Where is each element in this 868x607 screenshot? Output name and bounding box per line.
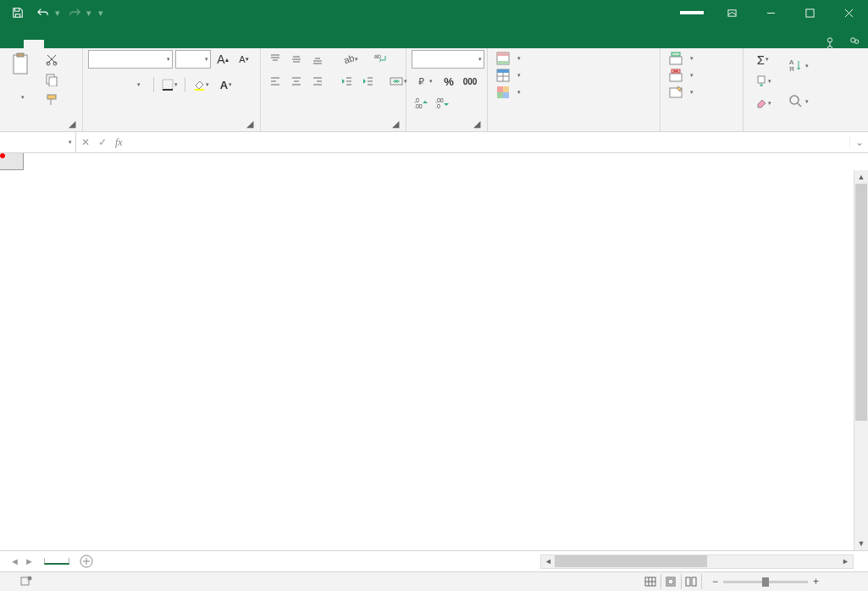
zoom-in-button[interactable]: + (813, 576, 819, 588)
paste-button[interactable]: ▾ (5, 50, 39, 102)
autosum-button[interactable]: Σ▾ (749, 50, 777, 69)
tab-help[interactable] (186, 40, 207, 48)
fill-button[interactable]: ▾ (749, 72, 777, 91)
shrink-font-button[interactable]: A▾ (235, 50, 253, 69)
quick-access-toolbar: ▾ ▾ ▾ (0, 2, 103, 24)
redo-button[interactable] (64, 2, 86, 24)
underline-button[interactable]: ▾ (125, 75, 151, 94)
align-top-button[interactable] (266, 50, 285, 69)
decrease-indent-button[interactable] (337, 72, 356, 91)
sheet-tab[interactable] (44, 558, 69, 565)
cut-button[interactable] (42, 50, 61, 69)
percent-button[interactable]: % (440, 72, 458, 91)
increase-indent-button[interactable] (358, 72, 377, 91)
format-painter-button[interactable] (42, 91, 61, 109)
find-select-button[interactable]: ▾ (781, 86, 815, 118)
align-bottom-button[interactable] (308, 50, 327, 69)
formula-input[interactable] (128, 136, 849, 148)
name-box[interactable]: ▾ (0, 132, 76, 152)
svg-line-72 (798, 103, 801, 107)
borders-button[interactable]: ▾ (157, 75, 182, 94)
share-button[interactable] (849, 36, 863, 48)
vscroll-thumb[interactable] (855, 184, 867, 421)
fill-handle[interactable] (0, 153, 5, 158)
cancel-formula-button[interactable]: ✕ (81, 136, 90, 148)
cell-styles-button[interactable]: ▾ (493, 84, 524, 101)
tab-review[interactable] (125, 40, 146, 48)
scroll-right-arrow[interactable]: ► (842, 557, 849, 566)
format-cells-button[interactable]: ▾ (666, 84, 697, 101)
close-button[interactable] (829, 0, 868, 25)
currency-button[interactable]: ₽▾ (412, 72, 437, 91)
fill-color-button[interactable]: ▾ (188, 75, 213, 94)
view-pagebreak-button[interactable] (682, 574, 702, 589)
macro-record-icon[interactable] (20, 575, 32, 589)
view-normal-button[interactable] (641, 574, 661, 589)
tab-insert[interactable] (44, 40, 64, 48)
clear-button[interactable]: ▾ (749, 94, 777, 113)
number-format-select[interactable]: ▾ (412, 50, 484, 69)
maximize-button[interactable] (790, 0, 829, 25)
scroll-left-arrow[interactable]: ◄ (545, 557, 552, 566)
expand-formula-button[interactable]: ⌄ (849, 136, 868, 148)
font-color-button[interactable]: A▾ (213, 75, 239, 94)
copy-button[interactable] (42, 70, 61, 89)
format-as-table-button[interactable]: ▾ (493, 67, 524, 84)
decrease-decimal-button[interactable]: ,00,0 (433, 94, 451, 113)
align-center-button[interactable] (287, 72, 306, 91)
tellme-button[interactable] (824, 36, 838, 48)
svg-point-7 (854, 40, 858, 43)
minimize-button[interactable] (751, 0, 790, 25)
scroll-down-arrow[interactable]: ▼ (854, 537, 868, 550)
qat-customize[interactable]: ▾ (98, 8, 103, 19)
svg-rect-0 (727, 9, 735, 15)
align-middle-button[interactable] (287, 50, 306, 69)
font-name-select[interactable]: ▾ (88, 50, 173, 69)
zoom-slider[interactable] (723, 581, 808, 583)
insert-cells-button[interactable]: ▾ (666, 50, 697, 67)
bold-button[interactable] (88, 75, 107, 94)
grow-font-button[interactable]: A▴ (213, 50, 232, 69)
add-sheet-button[interactable] (76, 551, 97, 571)
hscroll-thumb[interactable] (555, 555, 707, 567)
insert-function-button[interactable]: fx (115, 136, 123, 149)
tab-home[interactable] (24, 40, 44, 48)
alignment-launcher[interactable]: ◢ (390, 119, 401, 130)
group-number: ▾ ₽▾ % 000 ,0,00 ,00,0 ◢ (406, 48, 488, 131)
zoom-out-button[interactable]: − (712, 576, 718, 588)
tab-pagelayout[interactable] (64, 40, 85, 48)
orientation-button[interactable]: ab▾ (337, 50, 362, 69)
conditional-formatting-button[interactable]: ▾ (493, 50, 524, 67)
comma-button[interactable]: 000 (461, 72, 479, 91)
sort-filter-button[interactable]: АЯ▾ (781, 50, 815, 82)
tab-formulas[interactable] (85, 40, 105, 48)
tab-developer[interactable] (166, 40, 186, 48)
tab-view[interactable] (146, 40, 166, 48)
save-button[interactable] (7, 2, 29, 24)
horizontal-scrollbar[interactable]: ◄ ► (540, 555, 854, 569)
svg-point-77 (28, 576, 32, 580)
number-launcher[interactable]: ◢ (471, 119, 482, 130)
font-size-select[interactable]: ▾ (175, 50, 211, 69)
delete-cells-button[interactable]: ▾ (666, 67, 697, 84)
scroll-up-arrow[interactable]: ▲ (854, 170, 868, 184)
view-pagelayout-button[interactable] (661, 574, 682, 589)
enter-formula-button[interactable]: ✓ (98, 136, 107, 148)
tab-data[interactable] (105, 40, 125, 48)
wrap-text-button[interactable]: ab (371, 50, 390, 69)
sheet-prev-button[interactable]: ◄ (10, 556, 19, 566)
align-right-button[interactable] (308, 72, 327, 91)
tab-file[interactable] (3, 40, 24, 48)
vertical-scrollbar[interactable]: ▲ ▼ (854, 170, 868, 550)
undo-button[interactable] (32, 2, 54, 24)
clipboard-launcher[interactable]: ◢ (66, 119, 77, 130)
increase-decimal-button[interactable]: ,0,00 (412, 94, 430, 113)
italic-button[interactable] (107, 75, 125, 94)
spreadsheet-grid[interactable]: ▲ ▼ (0, 153, 868, 550)
svg-point-71 (790, 96, 799, 104)
align-left-button[interactable] (266, 72, 285, 91)
font-launcher[interactable]: ◢ (244, 119, 255, 130)
ribbon-options-button[interactable] (712, 0, 751, 25)
signin-button[interactable] (680, 11, 704, 14)
sheet-next-button[interactable]: ► (25, 556, 34, 566)
